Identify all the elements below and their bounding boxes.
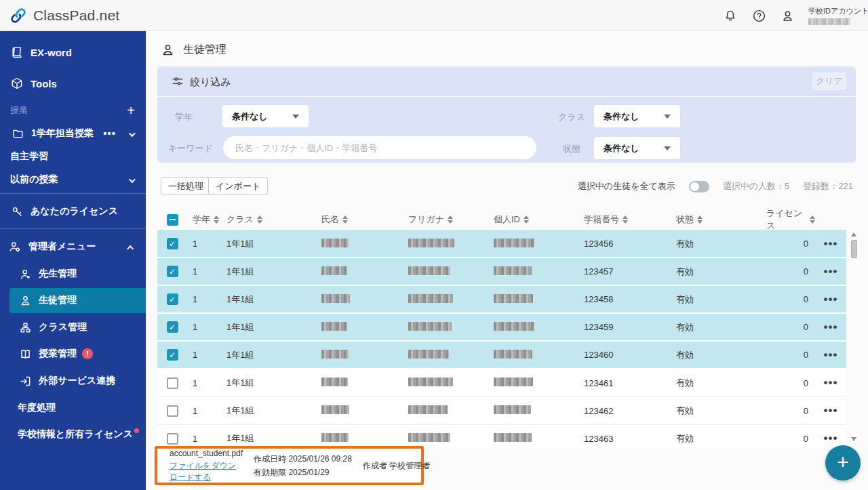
add-lesson-plus-icon[interactable]: + (127, 104, 135, 117)
folder-menu-kebab-icon[interactable]: ••• (103, 128, 116, 139)
table-row[interactable]: 1 1年1組 123461 有効 0 ••• (157, 369, 846, 397)
class-dropdown[interactable]: 条件なし (594, 105, 680, 127)
lessons-section-label: 授業 (10, 104, 28, 117)
table-row[interactable]: 1 1年1組 123459 有効 0 ••• (157, 314, 846, 342)
chevron-down-icon[interactable] (129, 174, 134, 185)
col-header-furigana[interactable]: フリガナ (403, 213, 488, 226)
sidebar-item-previous-lessons[interactable]: 以前の授業 (0, 170, 146, 189)
redacted-name (321, 350, 349, 359)
sidebar-label: 先生管理 (39, 268, 77, 280)
notification-filename: account_student.pdf (170, 449, 243, 458)
row-checkbox[interactable] (167, 266, 178, 277)
import-button[interactable]: インポート (208, 177, 268, 195)
row-checkbox[interactable] (167, 238, 178, 249)
redacted-personal-id (494, 294, 533, 303)
col-header-license[interactable]: ライセンス (761, 207, 815, 232)
row-checkbox[interactable] (167, 433, 178, 445)
sidebar-label: EX-word (31, 47, 72, 58)
redacted-personal-id (494, 405, 531, 414)
redacted-furigana (408, 350, 449, 359)
sidebar-item-class-mgmt[interactable]: クラス管理 (0, 318, 146, 337)
account-person-icon[interactable] (780, 8, 795, 23)
row-menu-kebab-icon[interactable]: ••• (824, 404, 838, 417)
sidebar-item-tools[interactable]: Tools (0, 74, 146, 93)
external-link-box-icon (18, 375, 33, 388)
table-row[interactable]: 1 1年1組 123458 有効 0 ••• (157, 286, 846, 314)
row-checkbox[interactable] (167, 405, 178, 417)
download-file-link[interactable]: ファイルをダウンロードする (170, 460, 243, 483)
status-dropdown[interactable]: 条件なし (594, 137, 680, 159)
add-student-fab[interactable]: + (825, 445, 861, 481)
filter-sliders-icon (171, 75, 184, 88)
col-header-student-no[interactable]: 学籍番号 (578, 213, 671, 226)
table-scrollbar[interactable] (849, 231, 859, 444)
sidebar-item-school-info[interactable]: 学校情報と所有ライセンス (0, 425, 146, 444)
table-row[interactable]: 1 1年1組 123463 有効 0 ••• (157, 425, 846, 447)
chevron-down-icon[interactable] (129, 128, 134, 139)
redacted-account-name (808, 18, 850, 25)
sidebar-item-lesson-mgmt[interactable]: 授業管理 ! (0, 344, 146, 363)
grade-dropdown-value: 条件なし (232, 110, 292, 123)
row-menu-kebab-icon[interactable]: ••• (824, 321, 838, 334)
grade-dropdown[interactable]: 条件なし (222, 105, 309, 127)
table-row[interactable]: 1 1年1組 123460 有効 0 ••• (157, 342, 846, 369)
col-header-grade[interactable]: 学年 (187, 213, 221, 226)
sidebar-item-your-license[interactable]: あなたのライセンス (0, 202, 146, 221)
show-selected-toggle[interactable] (689, 181, 709, 192)
notification-bell-icon[interactable] (723, 8, 738, 23)
row-menu-kebab-icon[interactable]: ••• (824, 432, 838, 445)
row-menu-kebab-icon[interactable]: ••• (824, 376, 838, 390)
sort-icon (810, 216, 815, 224)
page-title: 生徒管理 (161, 43, 226, 57)
col-header-class[interactable]: クラス (221, 213, 316, 226)
table-row[interactable]: 1 1年1組 123456 有効 0 ••• (157, 230, 846, 258)
toggle-knob (690, 182, 699, 191)
clear-filter-button[interactable]: クリア (812, 73, 846, 90)
author-value: 学校管理者 (389, 461, 430, 470)
show-selected-label: 選択中の生徒を全て表示 (578, 180, 675, 192)
dropdown-caret-icon (664, 146, 671, 150)
sidebar-item-year-process[interactable]: 年度処理 (0, 399, 146, 417)
sidebar-item-admin-menu[interactable]: 管理者メニュー (0, 237, 146, 256)
sidebar-item-external-service[interactable]: 外部サービス連携 (0, 371, 146, 390)
sidebar-item-ex-word[interactable]: EX-word (0, 43, 146, 62)
row-menu-kebab-icon[interactable]: ••• (824, 293, 838, 306)
sidebar-item-student-mgmt[interactable]: 生徒管理 (0, 291, 146, 310)
table-row[interactable]: 1 1年1組 123462 有効 0 ••• (157, 397, 846, 425)
sidebar-item-teacher-mgmt[interactable]: 先生管理 (0, 264, 146, 283)
row-checkbox[interactable] (167, 321, 178, 333)
redacted-furigana (408, 239, 454, 247)
page-title-text: 生徒管理 (183, 43, 226, 57)
bulk-action-button[interactable]: 一括処理 (161, 177, 211, 195)
scrollbar-thumb[interactable] (851, 240, 857, 258)
scroll-down-arrow-icon[interactable] (851, 437, 856, 441)
redacted-name (321, 239, 349, 247)
row-menu-kebab-icon[interactable]: ••• (824, 348, 838, 362)
sidebar-item-lesson-folder[interactable]: 1学年担当授業 ••• (0, 124, 146, 143)
expires-label: 有効期限 (254, 468, 286, 477)
row-checkbox[interactable] (167, 293, 178, 305)
scroll-up-arrow-icon[interactable] (851, 232, 856, 237)
col-header-name[interactable]: 氏名 (316, 213, 403, 226)
table-row[interactable]: 1 1年1組 123457 有効 0 ••• (157, 258, 846, 286)
help-icon[interactable] (751, 8, 766, 23)
row-menu-kebab-icon[interactable]: ••• (824, 237, 838, 251)
classpad-logo[interactable]: ClassPad.net (9, 7, 119, 24)
col-header-personal-id[interactable]: 個人ID (488, 213, 578, 226)
sidebar-item-self-study[interactable]: 自主学習 (0, 147, 146, 166)
redacted-furigana (408, 433, 450, 442)
redacted-name (321, 377, 348, 386)
chevron-up-icon[interactable] (129, 241, 134, 252)
col-header-status[interactable]: 状態 (671, 213, 761, 226)
account-info[interactable]: 学校IDアカウント (808, 6, 859, 25)
row-checkbox[interactable] (167, 349, 178, 361)
sort-icon (697, 216, 703, 224)
sidebar-label: 授業管理 (39, 348, 77, 360)
sort-icon (448, 216, 453, 224)
keyword-search-input[interactable] (222, 136, 537, 160)
key-icon (9, 205, 24, 218)
row-checkbox[interactable] (167, 377, 178, 389)
select-all-checkbox[interactable] (167, 214, 178, 226)
sort-icon (623, 216, 628, 224)
row-menu-kebab-icon[interactable]: ••• (824, 265, 838, 279)
